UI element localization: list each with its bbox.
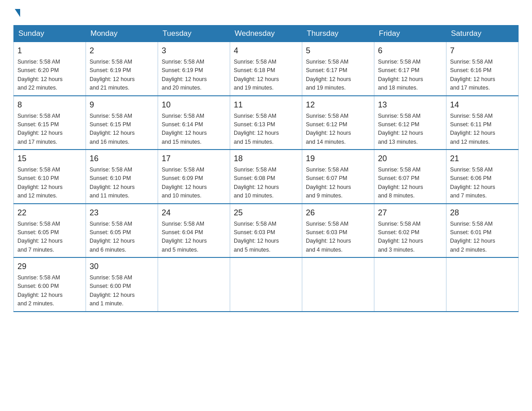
day-info: Sunrise: 5:58 AMSunset: 6:12 PMDaylight:…: [378, 112, 442, 147]
header-row: SundayMondayTuesdayWednesdayThursdayFrid…: [14, 26, 519, 42]
day-number: 11: [234, 99, 298, 111]
day-info: Sunrise: 5:58 AMSunset: 6:01 PMDaylight:…: [450, 220, 515, 255]
calendar-cell: 5Sunrise: 5:58 AMSunset: 6:17 PMDaylight…: [302, 42, 374, 96]
day-number: 9: [90, 99, 154, 111]
day-number: 16: [90, 153, 154, 165]
day-number: 8: [17, 99, 82, 111]
calendar-table: SundayMondayTuesdayWednesdayThursdayFrid…: [13, 25, 519, 312]
day-number: 26: [306, 207, 370, 219]
day-info: Sunrise: 5:58 AMSunset: 6:14 PMDaylight:…: [162, 112, 226, 147]
day-number: 21: [450, 153, 515, 165]
day-number: 19: [306, 153, 370, 165]
calendar-cell: 11Sunrise: 5:58 AMSunset: 6:13 PMDayligh…: [230, 96, 302, 150]
calendar-cell: 17Sunrise: 5:58 AMSunset: 6:09 PMDayligh…: [158, 150, 230, 204]
day-number: 30: [90, 261, 154, 273]
calendar-cell: [230, 257, 302, 312]
day-info: Sunrise: 5:58 AMSunset: 6:18 PMDaylight:…: [234, 58, 298, 93]
day-info: Sunrise: 5:58 AMSunset: 6:10 PMDaylight:…: [17, 166, 82, 201]
day-info: Sunrise: 5:58 AMSunset: 6:11 PMDaylight:…: [450, 112, 515, 147]
header-day-monday: Monday: [86, 26, 158, 42]
page-header: [13, 9, 519, 16]
day-info: Sunrise: 5:58 AMSunset: 6:07 PMDaylight:…: [378, 166, 442, 201]
day-info: Sunrise: 5:58 AMSunset: 6:16 PMDaylight:…: [450, 58, 515, 93]
day-info: Sunrise: 5:58 AMSunset: 6:19 PMDaylight:…: [90, 58, 154, 93]
day-info: Sunrise: 5:58 AMSunset: 6:15 PMDaylight:…: [90, 112, 154, 147]
calendar-cell: 13Sunrise: 5:58 AMSunset: 6:12 PMDayligh…: [374, 96, 446, 150]
day-number: 15: [17, 153, 82, 165]
day-info: Sunrise: 5:58 AMSunset: 6:12 PMDaylight:…: [306, 112, 370, 147]
logo-triangle-icon: [15, 9, 20, 17]
day-number: 12: [306, 99, 370, 111]
day-info: Sunrise: 5:58 AMSunset: 6:03 PMDaylight:…: [234, 220, 298, 255]
day-number: 17: [162, 153, 226, 165]
day-number: 20: [378, 153, 442, 165]
day-number: 3: [162, 45, 226, 57]
calendar-cell: 23Sunrise: 5:58 AMSunset: 6:05 PMDayligh…: [86, 204, 158, 258]
calendar-body: 1Sunrise: 5:58 AMSunset: 6:20 PMDaylight…: [14, 42, 519, 312]
day-number: 27: [378, 207, 442, 219]
calendar-cell: 29Sunrise: 5:58 AMSunset: 6:00 PMDayligh…: [14, 257, 86, 312]
calendar-cell: 21Sunrise: 5:58 AMSunset: 6:06 PMDayligh…: [446, 150, 519, 204]
header-day-sunday: Sunday: [14, 26, 86, 42]
header-day-friday: Friday: [374, 26, 446, 42]
day-number: 23: [90, 207, 154, 219]
calendar-header: SundayMondayTuesdayWednesdayThursdayFrid…: [14, 26, 519, 42]
day-info: Sunrise: 5:58 AMSunset: 6:08 PMDaylight:…: [234, 166, 298, 201]
calendar-cell: 19Sunrise: 5:58 AMSunset: 6:07 PMDayligh…: [302, 150, 374, 204]
calendar-cell: 4Sunrise: 5:58 AMSunset: 6:18 PMDaylight…: [230, 42, 302, 96]
day-number: 1: [17, 45, 82, 57]
calendar-cell: 10Sunrise: 5:58 AMSunset: 6:14 PMDayligh…: [158, 96, 230, 150]
day-info: Sunrise: 5:58 AMSunset: 6:17 PMDaylight:…: [306, 58, 370, 93]
calendar-cell: 30Sunrise: 5:58 AMSunset: 6:00 PMDayligh…: [86, 257, 158, 312]
day-info: Sunrise: 5:58 AMSunset: 6:02 PMDaylight:…: [378, 220, 442, 255]
day-number: 25: [234, 207, 298, 219]
day-number: 29: [17, 261, 82, 273]
day-number: 2: [90, 45, 154, 57]
calendar-cell: 12Sunrise: 5:58 AMSunset: 6:12 PMDayligh…: [302, 96, 374, 150]
day-number: 13: [378, 99, 442, 111]
header-day-tuesday: Tuesday: [158, 26, 230, 42]
day-info: Sunrise: 5:58 AMSunset: 6:15 PMDaylight:…: [17, 112, 82, 147]
day-number: 24: [162, 207, 226, 219]
calendar-week-3: 15Sunrise: 5:58 AMSunset: 6:10 PMDayligh…: [14, 150, 519, 204]
day-info: Sunrise: 5:58 AMSunset: 6:07 PMDaylight:…: [306, 166, 370, 201]
day-number: 18: [234, 153, 298, 165]
calendar-cell: 15Sunrise: 5:58 AMSunset: 6:10 PMDayligh…: [14, 150, 86, 204]
header-day-saturday: Saturday: [446, 26, 519, 42]
day-info: Sunrise: 5:58 AMSunset: 6:05 PMDaylight:…: [90, 220, 154, 255]
calendar-cell: 26Sunrise: 5:58 AMSunset: 6:03 PMDayligh…: [302, 204, 374, 258]
calendar-cell: 24Sunrise: 5:58 AMSunset: 6:04 PMDayligh…: [158, 204, 230, 258]
day-info: Sunrise: 5:58 AMSunset: 6:10 PMDaylight:…: [90, 166, 154, 201]
calendar-cell: 3Sunrise: 5:58 AMSunset: 6:19 PMDaylight…: [158, 42, 230, 96]
calendar-cell: [302, 257, 374, 312]
day-info: Sunrise: 5:58 AMSunset: 6:03 PMDaylight:…: [306, 220, 370, 255]
calendar-cell: 9Sunrise: 5:58 AMSunset: 6:15 PMDaylight…: [86, 96, 158, 150]
calendar-cell: 28Sunrise: 5:58 AMSunset: 6:01 PMDayligh…: [446, 204, 519, 258]
calendar-cell: 14Sunrise: 5:58 AMSunset: 6:11 PMDayligh…: [446, 96, 519, 150]
calendar-cell: 16Sunrise: 5:58 AMSunset: 6:10 PMDayligh…: [86, 150, 158, 204]
calendar-cell: 6Sunrise: 5:58 AMSunset: 6:17 PMDaylight…: [374, 42, 446, 96]
calendar-cell: [374, 257, 446, 312]
calendar-cell: 22Sunrise: 5:58 AMSunset: 6:05 PMDayligh…: [14, 204, 86, 258]
day-number: 4: [234, 45, 298, 57]
day-info: Sunrise: 5:58 AMSunset: 6:19 PMDaylight:…: [162, 58, 226, 93]
calendar-cell: 25Sunrise: 5:58 AMSunset: 6:03 PMDayligh…: [230, 204, 302, 258]
calendar-cell: 27Sunrise: 5:58 AMSunset: 6:02 PMDayligh…: [374, 204, 446, 258]
day-number: 22: [17, 207, 82, 219]
calendar-week-5: 29Sunrise: 5:58 AMSunset: 6:00 PMDayligh…: [14, 257, 519, 312]
calendar-cell: 20Sunrise: 5:58 AMSunset: 6:07 PMDayligh…: [374, 150, 446, 204]
calendar-cell: 18Sunrise: 5:58 AMSunset: 6:08 PMDayligh…: [230, 150, 302, 204]
calendar-cell: [158, 257, 230, 312]
day-number: 6: [378, 45, 442, 57]
day-info: Sunrise: 5:58 AMSunset: 6:20 PMDaylight:…: [17, 58, 82, 93]
day-number: 5: [306, 45, 370, 57]
calendar-week-4: 22Sunrise: 5:58 AMSunset: 6:05 PMDayligh…: [14, 204, 519, 258]
day-info: Sunrise: 5:58 AMSunset: 6:17 PMDaylight:…: [378, 58, 442, 93]
day-info: Sunrise: 5:58 AMSunset: 6:06 PMDaylight:…: [450, 166, 515, 201]
header-day-thursday: Thursday: [302, 26, 374, 42]
calendar-week-1: 1Sunrise: 5:58 AMSunset: 6:20 PMDaylight…: [14, 42, 519, 96]
day-number: 10: [162, 99, 226, 111]
calendar-cell: 2Sunrise: 5:58 AMSunset: 6:19 PMDaylight…: [86, 42, 158, 96]
day-number: 14: [450, 99, 515, 111]
logo-top: [13, 9, 20, 18]
